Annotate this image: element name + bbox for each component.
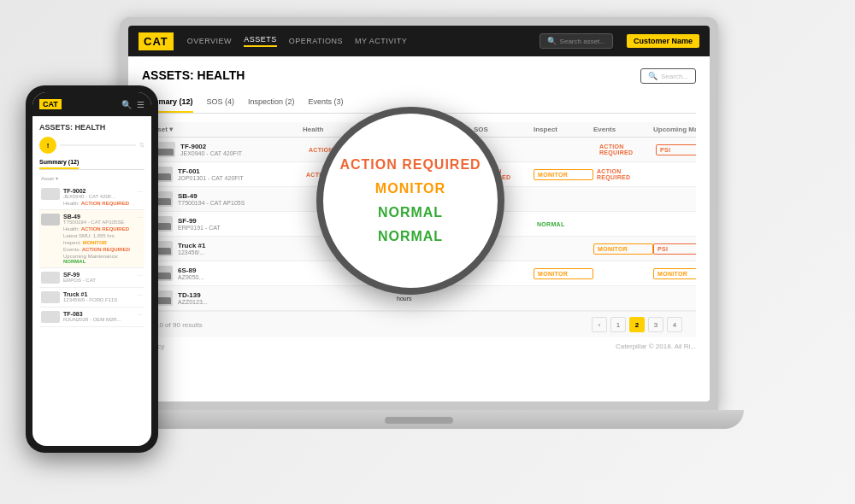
mobile-sort-icon[interactable]: ⇅: [139, 142, 144, 149]
mobile-asset-thumb: [41, 188, 60, 200]
col-events: Events: [593, 126, 653, 133]
page-search[interactable]: 🔍 Search...: [640, 68, 696, 84]
col-inspect: Inspect: [534, 126, 593, 133]
scene: CAT OVERVIEW ASSETS OPERATIONS MY ACTIVI…: [0, 0, 855, 504]
mobile-avatar: !: [39, 137, 56, 154]
mobile-tabs: Summary (12): [39, 159, 144, 170]
asset-cell: TF-001 JOP01301 - CAT 420FIT: [149, 167, 303, 182]
asset-cell: 6S-89 AZ9050...: [149, 266, 303, 281]
asset-info: TF-001 JOP01301 - CAT 420FIT: [178, 167, 244, 181]
asset-info: SF-99 ERP0191 - CAT: [178, 217, 221, 231]
events-badge: MONITOR: [593, 243, 653, 255]
magnifier-normal-2: NORMAL: [378, 229, 443, 244]
mobile-dots-icon[interactable]: ···: [137, 291, 143, 299]
mobile-dots-icon[interactable]: ···: [137, 214, 143, 221]
mobile-asset-row[interactable]: SB-49 T7500194 - CAT AP105SE Health: ACT…: [39, 210, 144, 268]
magnifier-overlay: ACTION REQUIRED MONITOR NORMAL NORMAL: [316, 107, 504, 295]
nav-myactivity[interactable]: MY ACTIVITY: [355, 37, 407, 45]
mobile-content: ASSETS: HEALTH ! ⇅ Summary (12) Asset ▾: [32, 116, 151, 334]
mobile-asset-row[interactable]: Truck #1 123456/0 - FORD F11S ···: [39, 288, 144, 308]
mobile-screen: CAT 🔍 ☰ ASSETS: HEALTH ! ⇅ Summ: [32, 92, 151, 446]
mobile-dots-icon[interactable]: ···: [137, 311, 143, 319]
inspect-badge: MONITOR: [534, 268, 593, 279]
nav-overview[interactable]: OVERVIEW: [187, 37, 232, 45]
mobile-nav-icons: 🔍 ☰: [121, 100, 144, 109]
mobile-asset-thumb: [41, 291, 60, 303]
mobile-asset-thumb: [41, 214, 60, 226]
maintenance-badge: MONITOR: [653, 268, 696, 279]
mobile-asset-info: TF-9002 JEX0940 - CAT 420F... Health: AC…: [63, 188, 133, 206]
prev-page-button[interactable]: ‹: [592, 317, 607, 332]
mobile-asset-info: TF-083 RJUN2026 - OEM M2R...: [63, 311, 133, 322]
copyright-text: Caterpillar © 2018. All Ri...: [616, 343, 696, 350]
mobile-page-title: ASSETS: HEALTH: [39, 123, 144, 132]
smu-cell: hours: [397, 296, 474, 302]
mobile-asset-thumb: [41, 311, 60, 323]
mobile-asset-row[interactable]: SF-99 ERPOS - CAT ···: [39, 268, 144, 288]
nav-assets[interactable]: ASSETS: [244, 35, 277, 47]
mobile-menu-icon[interactable]: ☰: [137, 100, 144, 109]
search-icon: 🔍: [547, 37, 557, 45]
page-3-button[interactable]: 3: [648, 317, 663, 332]
mobile-progress: [60, 144, 136, 146]
asset-cell: SB-49 T7500194 - CAT AP105S: [149, 191, 303, 207]
mobile-asset-info: SF-99 ERPOS - CAT: [63, 272, 133, 283]
asset-info: TF-9002 JEX0940 - CAT 420FIT: [180, 143, 242, 156]
mobile-asset-row[interactable]: TF-9002 JEX0940 - CAT 420F... Health: AC…: [39, 185, 144, 210]
laptop-screen: CAT OVERVIEW ASSETS OPERATIONS MY ACTIVI…: [128, 26, 710, 401]
page-1-button[interactable]: 1: [610, 317, 626, 332]
mobile-asset-row[interactable]: TF-083 RJUN2026 - OEM M2R... ···: [39, 308, 144, 327]
asset-info: 6S-89 AZ9050...: [178, 267, 203, 280]
nav-search[interactable]: 🔍 Search asset...: [540, 33, 613, 49]
mobile-device: CAT 🔍 ☰ ASSETS: HEALTH ! ⇅ Summ: [26, 85, 158, 453]
mobile-asset-thumb: [41, 272, 60, 284]
mobile-col-asset: Asset ▾: [41, 175, 91, 181]
tab-sos[interactable]: SOS (4): [207, 97, 235, 113]
events-badge: ACTION REQUIRED: [596, 142, 656, 157]
table-footer: 10 of 90 results ‹ 1 2 3 4: [142, 311, 696, 337]
asset-cell: Truck #1 123456/...: [149, 241, 303, 256]
asset-cell: TD-139 AZZ0123...: [149, 290, 303, 306]
laptop-screen-outer: CAT OVERVIEW ASSETS OPERATIONS MY ACTIVI…: [120, 17, 718, 410]
navbar: CAT OVERVIEW ASSETS OPERATIONS MY ACTIVI…: [128, 26, 710, 56]
inspect-badge: NORMAL: [534, 220, 593, 229]
magnifier-action-required: ACTION REQUIRED: [339, 157, 481, 173]
col-sos: SOS: [474, 126, 534, 133]
magnifier-monitor: MONITOR: [375, 181, 445, 196]
maintenance-badge: PSI: [653, 243, 696, 255]
nav-operations[interactable]: OPERATIONS: [289, 37, 343, 45]
laptop-base: [94, 410, 744, 429]
cat-logo: CAT: [139, 32, 174, 50]
page-2-button[interactable]: 2: [629, 317, 645, 332]
mobile-col-headers: Asset ▾: [39, 175, 144, 181]
mobile-col-extra: [94, 175, 144, 181]
mobile-cat-logo: CAT: [39, 99, 62, 109]
mobile-search-icon[interactable]: 🔍: [121, 100, 132, 109]
page-4-button[interactable]: 4: [667, 317, 682, 332]
inspect-badge: MONITOR: [534, 169, 593, 180]
asset-info: SB-49 T7500194 - CAT AP105S: [178, 192, 245, 206]
mobile-asset-info: SB-49 T7500194 - CAT AP105SE Health: ACT…: [63, 214, 133, 264]
customer-button[interactable]: Customer Name: [627, 34, 699, 48]
magnifier-normal-1: NORMAL: [378, 205, 443, 220]
mobile-navbar: CAT 🔍 ☰: [32, 92, 151, 116]
tab-inspection[interactable]: Inspection (2): [248, 97, 295, 113]
results-text: 10 of 90 results: [156, 321, 203, 329]
asset-cell: SF-99 ERP0191 - CAT: [149, 216, 303, 231]
tab-events[interactable]: Events (3): [309, 97, 344, 113]
laptop: CAT OVERVIEW ASSETS OPERATIONS MY ACTIVI…: [120, 17, 735, 478]
nav-items: OVERVIEW ASSETS OPERATIONS MY ACTIVITY: [187, 35, 526, 47]
col-asset: Asset ▾: [149, 126, 303, 133]
maintenance-badge: PSI: [656, 144, 696, 155]
mobile-dots-icon[interactable]: ···: [137, 188, 143, 196]
mobile-asset-info: Truck #1 123456/0 - FORD F11S: [63, 291, 133, 302]
mobile-dots-icon[interactable]: ···: [137, 272, 143, 279]
col-maintenance: Upcoming Maintenance: [653, 126, 696, 133]
events-badge: ACTION REQUIRED: [593, 167, 653, 182]
asset-info: TD-139 AZZ0123...: [178, 291, 208, 305]
page-title: ASSETS: HEALTH: [142, 68, 245, 82]
asset-cell: TF-9002 JEX0940 - CAT 420FIT: [151, 142, 305, 157]
pagination: ‹ 1 2 3 4: [592, 317, 682, 332]
mobile-tab-summary[interactable]: Summary (12): [39, 159, 79, 169]
search-icon: 🔍: [648, 72, 657, 80]
